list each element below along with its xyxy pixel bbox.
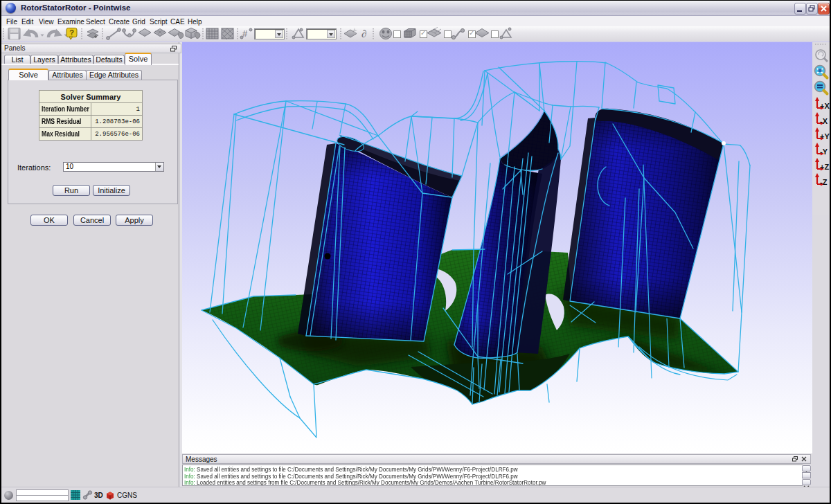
svg-text:-Z: -Z bbox=[820, 178, 828, 186]
svg-text:CGNS: CGNS bbox=[117, 492, 137, 499]
svg-text:∂: ∂ bbox=[361, 28, 366, 39]
svg-text:+Z: +Z bbox=[820, 163, 829, 171]
svg-text:-X: -X bbox=[820, 117, 828, 125]
svg-text:+Y: +Y bbox=[820, 132, 830, 141]
svg-text:-Y: -Y bbox=[820, 147, 828, 156]
svg-text:+X: +X bbox=[820, 102, 830, 110]
svg-text:3D: 3D bbox=[94, 492, 103, 499]
